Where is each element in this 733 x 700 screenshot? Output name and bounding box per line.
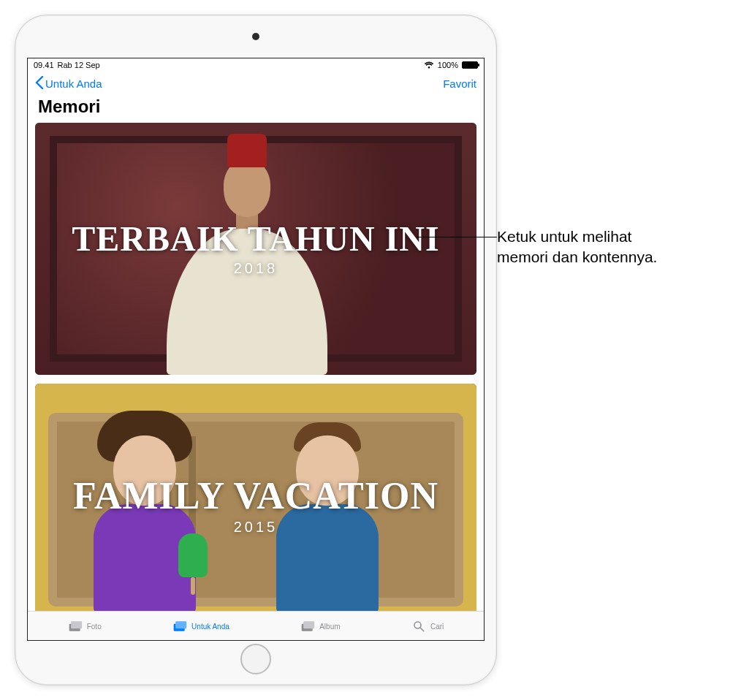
tab-for-you[interactable]: Untuk Anda bbox=[172, 620, 229, 634]
tab-label: Untuk Anda bbox=[191, 623, 229, 631]
status-battery-pct: 100% bbox=[438, 61, 458, 69]
svg-line-7 bbox=[420, 628, 424, 631]
for-you-stack-icon bbox=[172, 620, 187, 634]
albums-stack-icon bbox=[300, 620, 315, 634]
memory-subtitle: 2018 bbox=[234, 260, 278, 277]
screen: 09.41 Rab 12 Sep 100% Untuk And bbox=[27, 58, 485, 641]
status-bar: 09.41 Rab 12 Sep 100% bbox=[28, 58, 484, 72]
back-label: Untuk Anda bbox=[45, 77, 102, 90]
tab-bar: Foto Untuk Anda Album bbox=[28, 611, 484, 640]
battery-icon bbox=[462, 61, 478, 69]
annotation-callout: Ketuk untuk melihat memori dan kontennya… bbox=[497, 227, 657, 268]
svg-rect-1 bbox=[71, 621, 82, 628]
search-icon bbox=[411, 620, 426, 634]
wifi-icon bbox=[424, 61, 434, 69]
tab-albums[interactable]: Album bbox=[300, 620, 340, 634]
page-title: Memori bbox=[28, 95, 484, 123]
tab-search[interactable]: Cari bbox=[411, 620, 444, 634]
memory-card-best-of-year[interactable]: TERBAIK TAHUN INI 2018 bbox=[35, 123, 476, 375]
home-button[interactable] bbox=[240, 644, 271, 674]
memory-subtitle: 2015 bbox=[234, 519, 278, 536]
tab-label: Album bbox=[319, 623, 340, 631]
nav-bar: Untuk Anda Favorit bbox=[28, 72, 484, 95]
callout-text-line2: memori dan kontennya. bbox=[497, 247, 657, 267]
chevron-left-icon bbox=[35, 76, 44, 91]
memories-list: TERBAIK TAHUN INI 2018 FAMILY VACATION 2… bbox=[28, 123, 484, 611]
status-date: Rab 12 Sep bbox=[58, 61, 100, 69]
status-time: 09.41 bbox=[34, 61, 54, 69]
svg-rect-3 bbox=[175, 621, 186, 628]
svg-point-6 bbox=[414, 622, 421, 628]
svg-rect-5 bbox=[303, 621, 314, 628]
photos-stack-icon bbox=[68, 620, 83, 634]
memory-title: TERBAIK TAHUN INI bbox=[72, 221, 439, 257]
tab-photos[interactable]: Foto bbox=[68, 620, 102, 634]
callout-text-line1: Ketuk untuk melihat bbox=[497, 227, 657, 247]
callout-leader-line bbox=[417, 237, 497, 237]
tab-label: Cari bbox=[430, 623, 444, 631]
memory-card-family-vacation[interactable]: FAMILY VACATION 2015 bbox=[35, 384, 476, 611]
back-button[interactable]: Untuk Anda bbox=[35, 76, 102, 91]
ipad-device-frame: 09.41 Rab 12 Sep 100% Untuk And bbox=[15, 15, 497, 685]
tab-label: Foto bbox=[87, 623, 102, 631]
memory-title: FAMILY VACATION bbox=[73, 476, 438, 517]
favorite-label: Favorit bbox=[443, 77, 476, 90]
favorite-button[interactable]: Favorit bbox=[443, 77, 476, 90]
device-camera bbox=[252, 15, 259, 58]
